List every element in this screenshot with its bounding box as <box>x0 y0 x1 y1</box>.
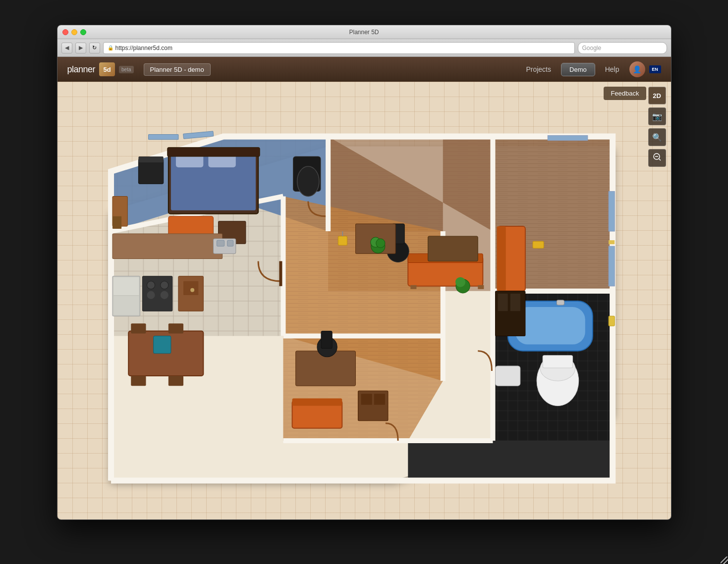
url-bar[interactable]: 🔒 https://planner5d.com <box>103 42 575 54</box>
svg-rect-85 <box>168 323 183 333</box>
forward-button[interactable]: ▶ <box>75 43 86 53</box>
svg-point-77 <box>160 281 168 289</box>
svg-rect-95 <box>292 398 342 406</box>
right-toolbar: 2D 📷 🔍 <box>648 87 666 167</box>
svg-rect-34 <box>183 131 213 139</box>
traffic-lights <box>62 29 86 35</box>
beta-tag: beta <box>119 66 133 73</box>
svg-rect-46 <box>138 156 163 162</box>
svg-marker-24 <box>408 441 613 481</box>
svg-rect-67 <box>609 240 615 244</box>
svg-rect-66 <box>533 241 544 248</box>
svg-rect-98 <box>374 394 385 405</box>
svg-point-61 <box>376 239 385 248</box>
zoom-out-icon <box>653 153 662 163</box>
zoom-in-button[interactable]: 🔍 <box>648 128 666 146</box>
project-name[interactable]: Planner 5D - demo <box>144 63 211 76</box>
zoom-in-icon: 🔍 <box>652 133 662 142</box>
svg-rect-88 <box>153 336 170 354</box>
nav-help[interactable]: Help <box>605 65 619 73</box>
svg-rect-90 <box>112 216 121 229</box>
svg-rect-73 <box>113 277 139 295</box>
logo-number: 5d <box>103 66 111 73</box>
svg-rect-70 <box>217 240 224 246</box>
close-button[interactable] <box>62 29 68 35</box>
browser-bar: ◀ ▶ ↻ 🔒 https://planner5d.com Google <box>57 39 671 57</box>
logo-box: 5d <box>99 62 115 76</box>
feedback-button[interactable]: Feedback <box>604 87 646 100</box>
logo-text: planner <box>67 64 96 75</box>
camera-icon: 📷 <box>652 112 662 121</box>
floorplan-wrapper[interactable] <box>67 92 644 511</box>
floorplan-svg <box>67 92 644 511</box>
url-text: https://planner5d.com <box>115 45 172 51</box>
reload-icon: ↻ <box>92 45 97 51</box>
svg-rect-81 <box>183 281 198 295</box>
svg-rect-42 <box>167 148 259 156</box>
svg-point-78 <box>147 291 155 299</box>
language-flag[interactable]: EN <box>649 65 661 73</box>
view-2d-button[interactable]: 2D <box>648 87 666 104</box>
search-label: Google <box>582 45 602 51</box>
svg-rect-54 <box>497 226 505 291</box>
svg-rect-33 <box>148 135 178 140</box>
svg-rect-64 <box>338 236 347 245</box>
reload-button[interactable]: ↻ <box>89 43 100 53</box>
svg-point-76 <box>147 281 155 289</box>
svg-point-63 <box>455 277 465 287</box>
forward-icon: ▶ <box>79 45 83 51</box>
svg-rect-110 <box>609 316 615 326</box>
svg-rect-97 <box>361 394 372 405</box>
svg-rect-105 <box>495 366 520 386</box>
fullscreen-button[interactable] <box>80 29 86 35</box>
svg-rect-101 <box>557 300 564 305</box>
svg-rect-84 <box>131 323 146 333</box>
zoom-out-button[interactable] <box>648 149 666 167</box>
svg-rect-55 <box>428 236 478 261</box>
nav-demo[interactable]: Demo <box>561 63 595 76</box>
search-bar[interactable]: Google <box>578 42 667 54</box>
avatar[interactable]: 👤 <box>629 61 645 77</box>
svg-rect-100 <box>515 307 585 345</box>
avatar-area: 👤 EN <box>629 61 661 77</box>
svg-rect-108 <box>498 294 507 311</box>
back-button[interactable]: ◀ <box>61 43 72 53</box>
logo-area: planner 5d beta <box>67 62 134 76</box>
svg-rect-104 <box>543 356 572 368</box>
svg-rect-74 <box>113 296 139 315</box>
svg-rect-51 <box>410 285 416 289</box>
svg-rect-35 <box>548 136 588 141</box>
minimize-button[interactable] <box>71 29 77 35</box>
app-header: planner 5d beta Planner 5D - demo Projec… <box>57 57 671 82</box>
screenshot-button[interactable]: 📷 <box>648 107 666 125</box>
svg-rect-87 <box>168 376 183 386</box>
svg-rect-109 <box>510 294 520 311</box>
svg-rect-45 <box>138 159 163 184</box>
svg-rect-52 <box>478 285 484 289</box>
svg-rect-36 <box>609 191 615 231</box>
nav-projects[interactable]: Projects <box>526 65 551 73</box>
header-nav: Projects Demo Help 👤 EN <box>526 61 661 77</box>
window-title: Planner 5D <box>349 29 379 36</box>
svg-rect-37 <box>609 246 615 286</box>
svg-rect-86 <box>131 376 146 386</box>
title-bar: Planner 5D <box>57 25 671 39</box>
back-icon: ◀ <box>65 45 69 51</box>
svg-point-48 <box>297 166 319 196</box>
2d-label: 2D <box>653 92 661 100</box>
svg-line-2 <box>659 159 661 160</box>
svg-rect-68 <box>112 234 223 258</box>
mac-window: Planner 5D ◀ ▶ ↻ 🔒 https://planner5d.com… <box>57 25 672 520</box>
svg-rect-93 <box>321 331 332 348</box>
canvas-area: Feedback 2D 📷 🔍 <box>57 82 671 520</box>
svg-point-79 <box>160 291 168 299</box>
svg-point-82 <box>190 288 194 292</box>
lock-icon: 🔒 <box>108 45 113 51</box>
svg-rect-71 <box>227 240 233 246</box>
